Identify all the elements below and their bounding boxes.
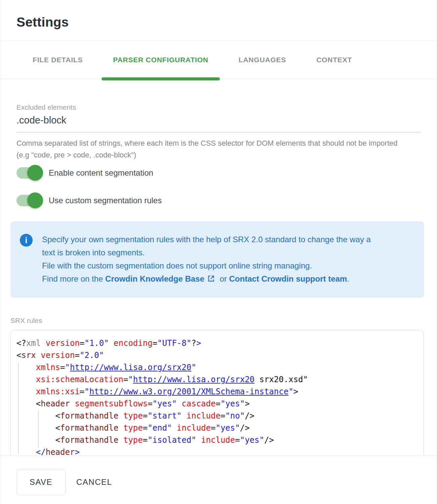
tab-file-details[interactable]: FILE DETAILS xyxy=(21,41,94,79)
info-links-line: Find more on the Crowdin Knowledge Base … xyxy=(42,272,382,286)
info-links-middle: or xyxy=(217,274,229,283)
toggles: Enable content segmentationUse custom se… xyxy=(16,165,421,209)
info-icon: i xyxy=(20,234,33,247)
srx-rules-label: SRX rules xyxy=(10,317,421,325)
toggle-knob xyxy=(27,165,43,181)
contact-support-link[interactable]: Contact Crowdin support team xyxy=(229,274,347,283)
tab-label: CONTEXT xyxy=(316,56,352,64)
tab-parser-configuration[interactable]: PARSER CONFIGURATION xyxy=(102,41,220,79)
knowledge-base-link[interactable]: Crowdin Knowledge Base xyxy=(105,274,204,283)
code-line: <srx version="2.0" xyxy=(16,349,424,361)
toggle-row: Enable content segmentation xyxy=(16,165,421,181)
info-links-prefix: Find more on the xyxy=(42,274,105,283)
tab-context[interactable]: CONTEXT xyxy=(305,41,363,79)
code-line: <formathandle type="end" include="yes"/> xyxy=(16,422,424,434)
external-link-icon[interactable] xyxy=(207,273,215,286)
tabs: FILE DETAILSPARSER CONFIGURATIONLANGUAGE… xyxy=(0,41,437,79)
page-title: Settings xyxy=(16,15,421,30)
excluded-elements-input[interactable] xyxy=(16,111,421,133)
code-line: <?xml version="1.0" encoding="UTF-8"?> xyxy=(16,337,424,349)
indent-guide xyxy=(38,410,39,448)
code-line: <formathandle type="isolated" include="y… xyxy=(16,434,424,446)
srx-code-editor[interactable]: <?xml version="1.0" encoding="UTF-8"?><s… xyxy=(10,330,424,455)
cancel-button[interactable]: CANCEL xyxy=(76,477,112,487)
srx-code-lines: <?xml version="1.0" encoding="UTF-8"?><s… xyxy=(16,337,424,455)
info-links-suffix: . xyxy=(347,274,349,283)
code-line: xmlns:xsi="http://www.w3.org/2001/XMLSch… xyxy=(16,386,424,398)
tab-label: PARSER CONFIGURATION xyxy=(113,56,208,64)
parser-configuration-panel: Excluded elements Comma separated list o… xyxy=(0,103,437,455)
code-line: </header> xyxy=(16,446,424,455)
toggle-use-custom-segmentation-rules[interactable] xyxy=(16,195,41,206)
code-line: <formathandle type="start" include="no"/… xyxy=(16,410,424,422)
dialog-footer: SAVE CANCEL xyxy=(0,455,437,495)
code-line: xmlns="http://www.lisa.org/srx20" xyxy=(16,361,424,373)
tab-label: FILE DETAILS xyxy=(33,56,83,64)
settings-dialog: Settings FILE DETAILSPARSER CONFIGURATIO… xyxy=(0,0,437,504)
toggle-label: Use custom segmentation rules xyxy=(49,196,162,205)
info-text: Specify your own segmentation rules with… xyxy=(42,233,382,286)
info-box: i Specify your own segmentation rules wi… xyxy=(10,221,424,298)
excluded-elements-help: Comma separated list of strings, where e… xyxy=(16,137,403,161)
toggle-label: Enable content segmentation xyxy=(49,168,153,178)
save-button[interactable]: SAVE xyxy=(16,469,66,495)
toggle-enable-content-segmentation[interactable] xyxy=(16,167,41,179)
active-tab-indicator xyxy=(102,77,220,80)
tab-languages[interactable]: LANGUAGES xyxy=(227,41,297,79)
toggle-knob xyxy=(27,192,43,208)
excluded-elements-label: Excluded elements xyxy=(16,103,421,111)
info-sentence: File with the custom segmentation does n… xyxy=(42,259,382,272)
dialog-header: Settings xyxy=(0,0,437,41)
tab-label: LANGUAGES xyxy=(239,56,286,64)
code-line: <header segmentsubflows="yes" cascade="y… xyxy=(16,398,424,410)
toggle-row: Use custom segmentation rules xyxy=(16,192,421,209)
indent-guide xyxy=(18,363,19,454)
code-line: xsi:schemaLocation="http://www.lisa.org/… xyxy=(16,373,424,386)
info-sentence: Specify your own segmentation rules with… xyxy=(42,233,382,259)
